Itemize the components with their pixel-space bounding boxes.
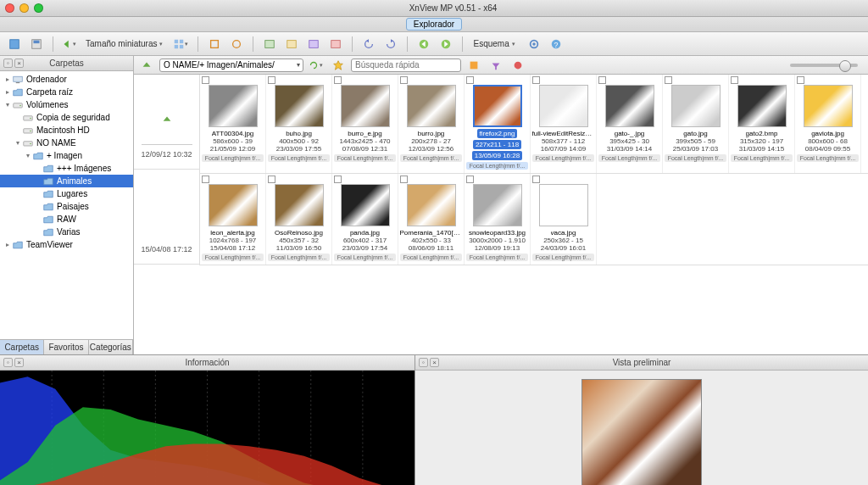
svg-rect-0 xyxy=(10,39,19,48)
rotate-right-icon[interactable] xyxy=(381,36,400,53)
select-checkbox[interactable] xyxy=(334,176,342,183)
tree-item[interactable]: RAW xyxy=(0,213,133,226)
thumbnail-cell[interactable]: Pomerania_1470[1].jpg402x550 - 3308/06/0… xyxy=(398,174,465,265)
select-checkbox[interactable] xyxy=(466,176,474,183)
rotate-left-icon[interactable] xyxy=(359,36,378,53)
close-panel-icon[interactable]: × xyxy=(14,358,24,367)
minimize-window-button[interactable] xyxy=(19,3,29,13)
thumbnail-cell[interactable]: snowleopard33.jpg3000x2000 - 1.91012/08/… xyxy=(465,174,531,265)
select-checkbox[interactable] xyxy=(532,76,540,84)
view-mode-icon[interactable]: ▾ xyxy=(172,36,191,53)
thumbnail-cell[interactable]: OsoReinoso.jpg450x357 - 3211/03/09 16:50… xyxy=(266,174,332,265)
close-panel-icon[interactable]: × xyxy=(14,59,24,68)
folder-tree[interactable]: ▸Ordenador▸Carpeta raíz▾VolúmenesCopia d… xyxy=(0,71,133,339)
sidebar-tab[interactable]: Favoritos xyxy=(44,340,88,354)
svg-rect-11 xyxy=(309,40,319,47)
image-d-icon[interactable] xyxy=(326,36,345,53)
thumbnail-cell[interactable]: burro.jpg200x278 - 2712/03/09 12:56Focal… xyxy=(398,75,465,173)
nav-back-icon[interactable] xyxy=(415,36,433,53)
explorer-mode-badge[interactable]: Explorador xyxy=(406,18,462,31)
file-date: 07/08/09 12:31 xyxy=(342,145,387,153)
thumbnail-cell[interactable]: burro_e.jpg1443x2425 - 47007/08/09 12:31… xyxy=(332,75,398,173)
tree-item[interactable]: ▸TeamViewer xyxy=(0,238,133,251)
file-name: full-viewEditResize.gif xyxy=(532,130,595,137)
nav-up-icon[interactable] xyxy=(137,57,156,74)
collapse-icon[interactable]: ◦ xyxy=(419,358,428,367)
thumbnail-zoom-slider[interactable] xyxy=(790,64,858,67)
tree-item[interactable]: Macintosh HD xyxy=(0,124,133,137)
tree-item[interactable]: ▾+ Imagen xyxy=(0,149,133,162)
thumbnail-cell[interactable]: leon_alerta.jpg1024x768 - 19715/04/08 17… xyxy=(200,174,266,265)
select-checkbox[interactable] xyxy=(268,76,275,84)
thumbnail-cell[interactable]: gato.jpg399x505 - 5925/03/09 17:03Focal … xyxy=(663,75,729,173)
select-checkbox[interactable] xyxy=(202,76,209,84)
thumbnail-cell[interactable]: gato2.bmp315x320 - 19731/03/09 14:15Foca… xyxy=(729,75,795,173)
tool-b-icon[interactable] xyxy=(227,36,246,53)
filter-a-icon[interactable] xyxy=(465,57,483,74)
tree-item[interactable]: Paisajes xyxy=(0,200,133,213)
filter-c-icon[interactable] xyxy=(509,57,527,74)
sidebar-tab[interactable]: Carpetas xyxy=(0,340,44,354)
select-checkbox[interactable] xyxy=(598,76,606,84)
nav-fwd-icon[interactable] xyxy=(437,36,455,53)
thumbnail-image xyxy=(407,184,456,226)
collapse-icon[interactable]: ◦ xyxy=(3,358,13,367)
close-window-button[interactable] xyxy=(5,3,14,13)
tree-item[interactable]: ▸Carpeta raíz xyxy=(0,86,133,98)
image-b-icon[interactable] xyxy=(282,36,301,53)
tree-item[interactable]: Animales xyxy=(0,175,133,187)
select-checkbox[interactable] xyxy=(665,76,672,84)
thumbnail-cell[interactable]: buho.jpg400x500 - 9223/03/09 17:55Focal … xyxy=(266,75,332,173)
thumbnail-size-dropdown[interactable]: Tamaño miniaturas▾ xyxy=(82,39,169,48)
back-arrow-icon[interactable]: ▾ xyxy=(60,36,79,53)
quick-search-input[interactable] xyxy=(351,59,461,72)
thumbnail-cell[interactable]: vaca.jpg250x362 - 1524/03/09 16:01Focal … xyxy=(531,174,597,265)
thumbnail-cell[interactable]: firefox2.png227x211 - 11813/05/09 16:28F… xyxy=(465,75,531,173)
up-folder-icon[interactable] xyxy=(158,110,176,127)
thumbnail-cell[interactable]: panda.jpg600x402 - 31723/03/09 17:54Foca… xyxy=(332,174,398,265)
select-checkbox[interactable] xyxy=(202,176,209,183)
help-icon[interactable]: ? xyxy=(547,36,565,53)
thumbnail-image xyxy=(539,184,588,226)
tree-item[interactable]: ▾NO NAME xyxy=(0,137,133,149)
image-c-icon[interactable] xyxy=(304,36,323,53)
select-checkbox[interactable] xyxy=(268,176,275,183)
thumbnail-cell[interactable]: ATT00304.jpg586x600 - 3921/05/09 12:09Fo… xyxy=(200,75,266,173)
svg-point-26 xyxy=(30,130,31,131)
refresh-icon[interactable]: ▾ xyxy=(307,57,326,74)
tree-item[interactable]: Lugares xyxy=(0,187,133,200)
save-icon[interactable] xyxy=(27,36,46,53)
folder-sidebar: ◦× Carpetas ▸Ordenador▸Carpeta raíz▾Volú… xyxy=(0,56,134,354)
image-a-icon[interactable] xyxy=(260,36,279,53)
settings-icon[interactable] xyxy=(525,36,543,53)
sidebar-tab[interactable]: Categorías xyxy=(89,340,133,354)
close-panel-icon[interactable]: × xyxy=(430,358,439,367)
select-checkbox[interactable] xyxy=(466,76,474,84)
window-titlebar: XnView MP v0.51 - x64 xyxy=(0,0,868,17)
select-checkbox[interactable] xyxy=(400,176,408,183)
favorite-icon[interactable] xyxy=(329,57,348,74)
zoom-window-button[interactable] xyxy=(34,3,43,13)
tool-a-icon[interactable] xyxy=(205,36,224,53)
select-checkbox[interactable] xyxy=(334,76,342,84)
thumbnail-cell[interactable]: gaviota.jpg800x600 - 6808/04/09 09:55Foc… xyxy=(795,75,861,173)
tree-item[interactable]: ▾Volúmenes xyxy=(0,98,133,111)
select-checkbox[interactable] xyxy=(400,76,408,84)
file-dims: 227x211 - 118 xyxy=(473,140,521,149)
select-checkbox[interactable] xyxy=(797,76,804,84)
home-icon[interactable] xyxy=(5,36,24,53)
tree-item[interactable]: Copia de seguridad xyxy=(0,111,133,124)
collapse-icon[interactable]: ◦ xyxy=(3,59,13,68)
select-checkbox[interactable] xyxy=(532,176,540,183)
select-checkbox[interactable] xyxy=(731,76,738,84)
tree-item[interactable]: Varias xyxy=(0,226,133,238)
thumbnail-cell[interactable]: gato-_.jpg395x425 - 3031/03/09 14:14Foca… xyxy=(597,75,663,173)
file-dims: 508x377 - 112 xyxy=(542,137,585,145)
file-dims: 600x402 - 317 xyxy=(343,237,387,244)
thumbnail-cell[interactable]: full-viewEditResize.gif508x377 - 11216/0… xyxy=(531,75,597,173)
filter-b-icon[interactable] xyxy=(487,57,505,74)
path-dropdown[interactable]: O NAME/+ Imagen/Animales/ xyxy=(159,59,303,72)
tree-item[interactable]: +++ Imágenes xyxy=(0,162,133,175)
tree-item[interactable]: ▸Ordenador xyxy=(0,73,133,86)
scheme-dropdown[interactable]: Esquema▾ xyxy=(470,39,520,48)
